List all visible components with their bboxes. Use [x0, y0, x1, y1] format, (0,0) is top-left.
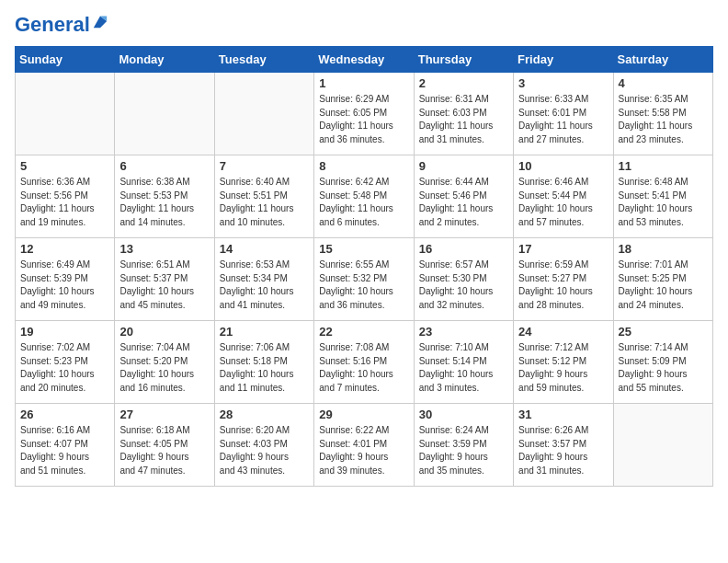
day-number: 15: [319, 242, 408, 256]
day-number: 18: [619, 242, 708, 256]
day-number: 31: [518, 408, 608, 421]
calendar-cell: 7Sunrise: 6:40 AMSunset: 5:51 PMDaylight…: [214, 155, 313, 238]
day-number: 8: [319, 159, 408, 173]
calendar-cell: 30Sunrise: 6:24 AMSunset: 3:59 PMDayligh…: [414, 404, 513, 487]
calendar-week-row: 19Sunrise: 7:02 AMSunset: 5:23 PMDayligh…: [16, 321, 713, 404]
calendar-header-row: SundayMondayTuesdayWednesdayThursdayFrid…: [16, 47, 713, 73]
calendar-cell: 20Sunrise: 7:04 AMSunset: 5:20 PMDayligh…: [115, 321, 214, 404]
logo-icon: [92, 13, 108, 29]
weekday-header: Tuesday: [214, 47, 313, 73]
calendar-cell: 16Sunrise: 6:57 AMSunset: 5:30 PMDayligh…: [414, 238, 513, 321]
day-number: 11: [619, 159, 708, 173]
calendar-cell: 13Sunrise: 6:51 AMSunset: 5:37 PMDayligh…: [115, 238, 214, 321]
calendar-cell: 2Sunrise: 6:31 AMSunset: 6:03 PMDaylight…: [414, 73, 513, 155]
day-info: Sunrise: 6:44 AMSunset: 5:46 PMDaylight:…: [419, 176, 508, 229]
day-number: 7: [220, 159, 309, 173]
day-number: 14: [220, 242, 309, 256]
day-number: 27: [119, 408, 209, 421]
calendar-cell: 18Sunrise: 7:01 AMSunset: 5:25 PMDayligh…: [613, 238, 712, 321]
calendar-cell: 8Sunrise: 6:42 AMSunset: 5:48 PMDaylight…: [314, 155, 414, 238]
calendar-cell: [214, 73, 313, 155]
calendar-cell: 27Sunrise: 6:18 AMSunset: 4:05 PMDayligh…: [115, 404, 214, 487]
calendar-cell: 1Sunrise: 6:29 AMSunset: 6:05 PMDaylight…: [314, 73, 414, 155]
day-number: 17: [518, 242, 608, 256]
day-info: Sunrise: 6:35 AMSunset: 5:58 PMDaylight:…: [619, 93, 708, 146]
day-info: Sunrise: 6:42 AMSunset: 5:48 PMDaylight:…: [319, 176, 408, 229]
calendar-cell: 24Sunrise: 7:12 AMSunset: 5:12 PMDayligh…: [514, 321, 613, 404]
calendar-cell: 31Sunrise: 6:26 AMSunset: 3:57 PMDayligh…: [514, 404, 613, 487]
calendar-cell: 12Sunrise: 6:49 AMSunset: 5:39 PMDayligh…: [16, 238, 115, 321]
day-info: Sunrise: 7:02 AMSunset: 5:23 PMDaylight:…: [20, 341, 109, 395]
day-info: Sunrise: 7:14 AMSunset: 5:09 PMDaylight:…: [619, 341, 708, 395]
calendar-cell: 11Sunrise: 6:48 AMSunset: 5:41 PMDayligh…: [613, 155, 712, 238]
calendar-cell: [16, 73, 115, 155]
day-info: Sunrise: 6:40 AMSunset: 5:51 PMDaylight:…: [220, 176, 309, 229]
weekday-header: Monday: [115, 47, 214, 73]
calendar-week-row: 1Sunrise: 6:29 AMSunset: 6:05 PMDaylight…: [16, 73, 713, 155]
day-number: 16: [419, 242, 508, 256]
day-info: Sunrise: 6:53 AMSunset: 5:34 PMDaylight:…: [220, 259, 309, 312]
calendar-cell: 25Sunrise: 7:14 AMSunset: 5:09 PMDayligh…: [613, 321, 712, 404]
calendar-cell: 29Sunrise: 6:22 AMSunset: 4:01 PMDayligh…: [314, 404, 414, 487]
day-number: 22: [319, 325, 408, 339]
calendar-cell: 17Sunrise: 6:59 AMSunset: 5:27 PMDayligh…: [514, 238, 613, 321]
day-info: Sunrise: 6:26 AMSunset: 3:57 PMDaylight:…: [518, 424, 608, 477]
calendar-cell: [613, 404, 712, 487]
weekday-header: Sunday: [16, 47, 115, 73]
calendar-table: SundayMondayTuesdayWednesdayThursdayFrid…: [15, 46, 713, 487]
calendar-cell: 26Sunrise: 6:16 AMSunset: 4:07 PMDayligh…: [16, 404, 115, 487]
day-info: Sunrise: 6:59 AMSunset: 5:27 PMDaylight:…: [518, 259, 608, 312]
day-info: Sunrise: 6:49 AMSunset: 5:39 PMDaylight:…: [20, 259, 109, 312]
logo: General: [15, 15, 108, 35]
calendar-cell: 15Sunrise: 6:55 AMSunset: 5:32 PMDayligh…: [314, 238, 414, 321]
day-info: Sunrise: 6:33 AMSunset: 6:01 PMDaylight:…: [518, 93, 608, 146]
day-info: Sunrise: 6:18 AMSunset: 4:05 PMDaylight:…: [119, 424, 209, 477]
day-info: Sunrise: 6:36 AMSunset: 5:56 PMDaylight:…: [20, 176, 109, 229]
day-info: Sunrise: 7:08 AMSunset: 5:16 PMDaylight:…: [319, 341, 408, 395]
calendar-cell: 14Sunrise: 6:53 AMSunset: 5:34 PMDayligh…: [214, 238, 313, 321]
day-number: 28: [220, 408, 309, 421]
day-number: 29: [319, 408, 408, 421]
day-info: Sunrise: 6:55 AMSunset: 5:32 PMDaylight:…: [319, 259, 408, 312]
day-info: Sunrise: 7:01 AMSunset: 5:25 PMDaylight:…: [619, 259, 708, 312]
calendar-week-row: 12Sunrise: 6:49 AMSunset: 5:39 PMDayligh…: [16, 238, 713, 321]
day-info: Sunrise: 6:46 AMSunset: 5:44 PMDaylight:…: [518, 176, 608, 229]
day-number: 4: [619, 76, 708, 90]
calendar-cell: 22Sunrise: 7:08 AMSunset: 5:16 PMDayligh…: [314, 321, 414, 404]
calendar-cell: 5Sunrise: 6:36 AMSunset: 5:56 PMDaylight…: [16, 155, 115, 238]
day-info: Sunrise: 7:10 AMSunset: 5:14 PMDaylight:…: [419, 341, 508, 395]
day-info: Sunrise: 6:20 AMSunset: 4:03 PMDaylight:…: [220, 424, 309, 477]
day-number: 25: [619, 325, 708, 339]
day-number: 19: [20, 325, 109, 339]
day-number: 6: [119, 159, 209, 173]
calendar-cell: 21Sunrise: 7:06 AMSunset: 5:18 PMDayligh…: [214, 321, 313, 404]
day-info: Sunrise: 7:04 AMSunset: 5:20 PMDaylight:…: [119, 341, 209, 395]
calendar-cell: 23Sunrise: 7:10 AMSunset: 5:14 PMDayligh…: [414, 321, 513, 404]
logo-text-line1: General: [15, 15, 90, 35]
calendar-cell: 6Sunrise: 6:38 AMSunset: 5:53 PMDaylight…: [115, 155, 214, 238]
day-number: 30: [419, 408, 508, 421]
weekday-header: Saturday: [613, 47, 712, 73]
calendar-cell: [115, 73, 214, 155]
day-number: 24: [518, 325, 608, 339]
day-number: 2: [419, 76, 508, 90]
day-info: Sunrise: 6:57 AMSunset: 5:30 PMDaylight:…: [419, 259, 508, 312]
day-number: 9: [419, 159, 508, 173]
day-info: Sunrise: 6:31 AMSunset: 6:03 PMDaylight:…: [419, 93, 508, 146]
day-info: Sunrise: 7:12 AMSunset: 5:12 PMDaylight:…: [518, 341, 608, 395]
weekday-header: Wednesday: [314, 47, 414, 73]
calendar-cell: 9Sunrise: 6:44 AMSunset: 5:46 PMDaylight…: [414, 155, 513, 238]
day-number: 5: [20, 159, 109, 173]
day-info: Sunrise: 6:51 AMSunset: 5:37 PMDaylight:…: [119, 259, 209, 312]
day-info: Sunrise: 7:06 AMSunset: 5:18 PMDaylight:…: [220, 341, 309, 395]
day-number: 3: [518, 76, 608, 90]
day-info: Sunrise: 6:22 AMSunset: 4:01 PMDaylight:…: [319, 424, 408, 477]
day-number: 23: [419, 325, 508, 339]
day-info: Sunrise: 6:16 AMSunset: 4:07 PMDaylight:…: [20, 424, 109, 477]
page-header: General: [15, 15, 713, 35]
day-info: Sunrise: 6:29 AMSunset: 6:05 PMDaylight:…: [319, 93, 408, 146]
day-number: 13: [119, 242, 209, 256]
day-info: Sunrise: 6:38 AMSunset: 5:53 PMDaylight:…: [119, 176, 209, 229]
calendar-cell: 4Sunrise: 6:35 AMSunset: 5:58 PMDaylight…: [613, 73, 712, 155]
calendar-cell: 10Sunrise: 6:46 AMSunset: 5:44 PMDayligh…: [514, 155, 613, 238]
